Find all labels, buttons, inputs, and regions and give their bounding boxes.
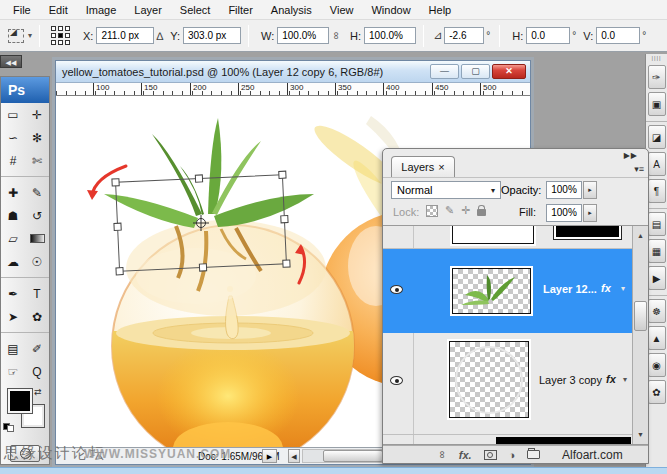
healing-brush-tool[interactable]: ✚ (1, 181, 25, 204)
slice-tool[interactable]: ✄ (25, 149, 49, 172)
visibility-eye-icon[interactable] (390, 285, 403, 294)
menu-select[interactable]: Select (171, 2, 220, 18)
link-layers-icon[interactable]: ∞ (437, 451, 449, 459)
document-title-bar[interactable]: yellow_tomatoes_tutorial.psd @ 100% (Lay… (56, 61, 530, 83)
notes-tool[interactable]: ▤ (1, 337, 25, 360)
actions-panel-icon[interactable]: ▶ (648, 266, 666, 290)
history-brush-tool[interactable]: ↺ (25, 204, 49, 227)
layer-fx-badge[interactable]: fx (601, 282, 611, 294)
custom-shape-tool[interactable]: ✿ (25, 305, 49, 328)
navigator-panel-icon[interactable]: ☸ (648, 299, 666, 323)
fill-input[interactable]: 100% (546, 204, 582, 222)
move-tool[interactable]: ✛ (25, 103, 49, 126)
info-panel-icon[interactable]: ◉ (648, 353, 666, 377)
layers-scrollbar-thumb[interactable] (634, 301, 647, 331)
v-skew-input[interactable]: 0.0 (596, 27, 640, 44)
lock-transparent-pixels-icon[interactable] (426, 205, 438, 217)
lasso-tool[interactable]: ∽ (1, 126, 25, 149)
menu-help[interactable]: Help (420, 2, 461, 18)
layer-comps-panel-icon[interactable]: ▦ (648, 239, 666, 263)
menu-analysis[interactable]: Analysis (262, 2, 321, 18)
menu-filter[interactable]: Filter (219, 2, 261, 18)
fill-spinner-button[interactable]: ▸ (583, 204, 597, 222)
scroll-up-icon[interactable]: ▲ (633, 232, 648, 239)
height-scale-input[interactable]: 100.0% (364, 27, 416, 44)
layers-tab-close-icon[interactable]: × (438, 161, 444, 173)
opacity-spinner-button[interactable]: ▸ (583, 181, 597, 199)
notes-panel-icon[interactable]: ▤ (648, 212, 666, 236)
gradient-tool[interactable] (25, 227, 49, 250)
scroll-down-icon[interactable]: ▼ (633, 431, 648, 438)
menu-image[interactable]: Image (77, 2, 126, 18)
menu-layer[interactable]: Layer (125, 2, 171, 18)
histogram-panel-icon[interactable]: ▲ (648, 326, 666, 350)
clone-stamp-tool[interactable]: ☗ (1, 204, 25, 227)
crop-tool[interactable]: # (1, 149, 25, 172)
visibility-eye-icon[interactable] (390, 376, 403, 385)
layer-row-selected[interactable]: Layer 12... fx ▾ (383, 249, 632, 333)
y-position-input[interactable]: 303.0 px (183, 27, 241, 44)
layer-thumbnail[interactable] (452, 268, 531, 314)
maximize-button[interactable]: ▢ (461, 64, 490, 79)
adjustment-layer-icon[interactable]: ◑ (509, 449, 516, 461)
rotation-angle-input[interactable]: -2.6 (444, 27, 484, 44)
eyedropper-tool[interactable]: ✐ (25, 337, 49, 360)
clone-source-panel-icon[interactable]: ▣ (648, 92, 666, 116)
pen-tool[interactable]: ✒ (1, 282, 25, 305)
relative-position-icon[interactable]: ∆ (156, 30, 163, 42)
tool-preset-caret-icon[interactable]: ▾ (28, 31, 32, 40)
x-position-input[interactable]: 211.0 px (96, 27, 154, 44)
rectangular-marquee-tool[interactable]: ▭ (1, 103, 25, 126)
layer-thumbnail[interactable] (449, 341, 529, 418)
lock-position-icon[interactable]: ✛ (461, 204, 470, 217)
magic-wand-tool[interactable]: ✻ (25, 126, 49, 149)
color-panel-icon[interactable]: ✿ (648, 380, 666, 404)
blend-mode-select[interactable]: Normal ▾ (391, 181, 501, 199)
paragraph-panel-icon[interactable]: ¶ (648, 179, 666, 203)
zoom-tool[interactable]: Q (25, 360, 49, 383)
fx-expand-caret-icon[interactable]: ▾ (623, 375, 627, 384)
tool-preset-icon[interactable] (8, 29, 24, 43)
minimize-button[interactable]: — (430, 64, 459, 79)
layer-thumbnail-partial[interactable] (496, 437, 631, 445)
swap-colors-icon[interactable]: ⇄ (34, 387, 42, 397)
eraser-tool[interactable]: ▱ (1, 227, 25, 250)
path-selection-tool[interactable]: ➤ (1, 305, 25, 328)
default-colors-icon[interactable] (3, 421, 14, 432)
h-skew-input[interactable]: 0.0 (526, 27, 570, 44)
menu-view[interactable]: View (321, 2, 363, 18)
add-layer-mask-icon[interactable] (484, 450, 497, 460)
lock-image-pixels-icon[interactable]: ✎ (445, 204, 454, 217)
dock-grip-icon[interactable]: |||| (646, 54, 667, 62)
layers-tab[interactable]: Layers × (391, 156, 455, 177)
character-panel-icon[interactable]: A (648, 152, 666, 176)
menu-file[interactable]: File (4, 2, 40, 18)
width-scale-input[interactable]: 100.0% (277, 27, 329, 44)
toolbox-collapse-button[interactable]: ◀◀ (0, 55, 22, 68)
foreground-color-swatch[interactable] (8, 389, 32, 413)
swatches-panel-icon[interactable]: ◪ (648, 125, 666, 149)
opacity-input[interactable]: 100% (546, 181, 582, 199)
status-menu-button[interactable]: ▶ (262, 449, 277, 463)
menu-edit[interactable]: Edit (40, 2, 77, 18)
close-button[interactable]: ✕ (492, 64, 526, 79)
layer-style-icon[interactable]: fx. (459, 449, 472, 461)
type-tool[interactable]: T (25, 282, 49, 305)
hand-tool[interactable]: ☞ (1, 360, 25, 383)
link-dimensions-icon[interactable]: ∞ (331, 32, 343, 40)
lock-all-icon[interactable] (477, 209, 486, 216)
layer-name[interactable]: Layer 3 copy (539, 374, 602, 386)
brushes-panel-icon[interactable]: ✑ (648, 65, 666, 89)
blur-tool[interactable]: ☁ (1, 250, 25, 273)
fx-expand-caret-icon[interactable]: ▾ (621, 284, 625, 293)
layer-row[interactable]: Layer 3 copy fx ▾ (383, 336, 632, 433)
reference-point-locator[interactable] (51, 26, 70, 45)
scroll-left-button[interactable]: ◀ (288, 449, 300, 463)
layer-name[interactable]: Layer 12... (543, 283, 597, 295)
panel-collapse-icon[interactable]: ▶▶ (624, 151, 638, 160)
layer-fx-badge[interactable]: fx (606, 373, 616, 385)
dodge-tool[interactable]: ☉ (25, 250, 49, 273)
new-group-icon[interactable] (527, 450, 540, 459)
horizontal-scrollbar-thumb[interactable] (323, 450, 383, 462)
layers-scrollbar[interactable]: ▲ ▼ (632, 226, 648, 444)
